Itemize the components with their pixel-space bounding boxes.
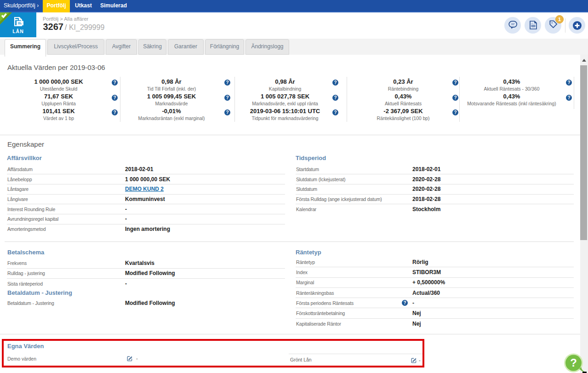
svg-text:?: ? (570, 356, 577, 369)
